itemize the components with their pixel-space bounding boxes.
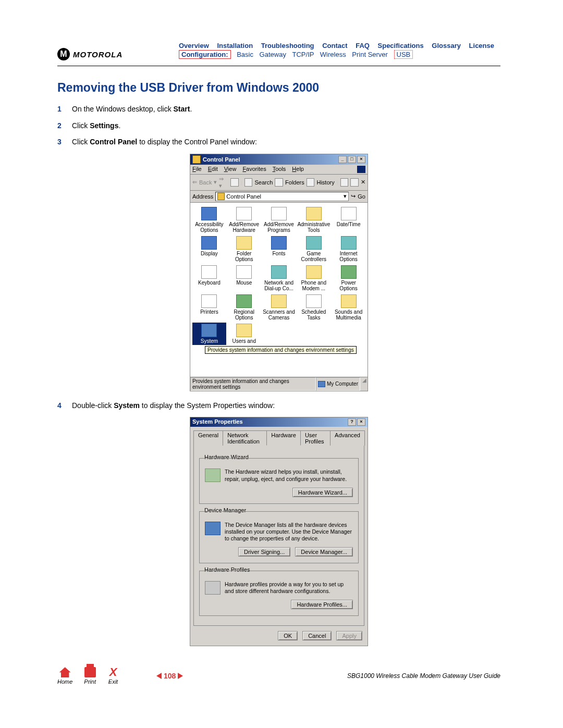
app-icon (271, 236, 287, 250)
cp-item-add-remove-hardware[interactable]: Add/Remove Hardware (227, 206, 261, 234)
go-button[interactable]: Go (358, 193, 365, 200)
cp-item-game-controllers[interactable]: Game Controllers (297, 235, 331, 263)
tool-button[interactable] (340, 178, 349, 187)
cp-item-administrative-tools[interactable]: Administrative Tools (297, 206, 331, 234)
cancel-button[interactable]: Cancel (302, 631, 332, 640)
cp-item-mouse[interactable]: Mouse (227, 264, 261, 292)
nav-usb[interactable]: USB (394, 50, 413, 59)
cp-item-display[interactable]: Display (192, 235, 226, 263)
nav-contact[interactable]: Contact (322, 42, 347, 50)
cp-item-network-and-dial-up-co[interactable]: Network and Dial-up Co... (262, 264, 296, 292)
cp-item-keyboard[interactable]: Keyboard (192, 264, 226, 292)
app-icon (341, 236, 357, 250)
next-page-icon[interactable] (178, 673, 183, 679)
secondary-nav: Configuration: Basic Gateway TCP/IP Wire… (179, 51, 500, 58)
cp-item-phone-and-modem[interactable]: Phone and Modem ... (297, 264, 331, 292)
tab-strip: General Network Identification Hardware … (190, 427, 368, 445)
device-manager-icon (205, 522, 221, 535)
app-icon (201, 294, 217, 308)
driver-signing-button[interactable]: Driver Signing... (238, 547, 290, 557)
tab-user-profiles[interactable]: User Profiles (300, 430, 331, 446)
apply-button[interactable]: Apply (336, 631, 362, 640)
nav-faq[interactable]: FAQ (356, 42, 370, 50)
menu-tools[interactable]: Tools (273, 166, 286, 173)
address-bar: Address Control Panel ▾ ↪Go (190, 191, 368, 203)
nav-glossary[interactable]: Glossary (432, 42, 461, 50)
close-button[interactable]: × (357, 156, 365, 163)
toolbar: ⇐ Back ▾ ⇒ ▾ | Search Folders History | … (190, 175, 368, 191)
page-footer: Home Print X Exit 108 SBG1000 Wireless C… (57, 667, 500, 685)
app-icon (341, 265, 357, 279)
exit-link[interactable]: X Exit (107, 667, 119, 685)
hardware-wizard-button[interactable]: Hardware Wizard... (292, 488, 353, 497)
group-device-manager: The Device Manager lists all the hardwar… (199, 511, 359, 563)
cp-item-printers[interactable]: Printers (192, 293, 226, 322)
prev-page-icon[interactable] (156, 673, 162, 679)
tab-hardware[interactable]: Hardware (266, 430, 301, 446)
app-icon (236, 324, 252, 337)
step-2: 2 Click Settings. (57, 121, 500, 131)
cp-item-add-remove-programs[interactable]: Add/Remove Programs (262, 206, 296, 234)
up-button[interactable] (230, 178, 239, 187)
tooltip: Provides system information and changes … (205, 346, 357, 354)
nav-specifications[interactable]: Specifications (378, 42, 424, 50)
menu-bar: File Edit View Favorites Tools Help (190, 165, 368, 175)
cp-item-scanners-and-cameras[interactable]: Scanners and Cameras (262, 293, 296, 322)
cp-item-system[interactable]: System (192, 323, 226, 345)
tab-general[interactable]: General (193, 430, 223, 446)
home-link[interactable]: Home (57, 667, 72, 685)
minimize-button[interactable]: _ (338, 156, 347, 163)
menu-view[interactable]: View (224, 166, 237, 173)
tool-button[interactable] (350, 178, 359, 187)
menu-help[interactable]: Help (292, 166, 304, 173)
tab-advanced[interactable]: Advanced (330, 430, 365, 446)
back-button[interactable]: Back (199, 179, 212, 186)
help-button[interactable]: ? (348, 418, 356, 426)
menu-favorites[interactable]: Favorites (242, 166, 266, 173)
app-icon (271, 265, 287, 279)
nav-overview[interactable]: Overview (179, 42, 209, 50)
folders-icon[interactable] (275, 178, 283, 187)
menu-edit[interactable]: Edit (208, 166, 218, 173)
window-titlebar[interactable]: System Properties ? × (190, 417, 368, 427)
cp-item-regional-options[interactable]: Regional Options (227, 293, 261, 322)
tab-network-id[interactable]: Network Identification (223, 430, 267, 446)
nav-installation[interactable]: Installation (217, 42, 253, 50)
menu-file[interactable]: File (192, 166, 202, 173)
cp-item-sounds-and-multimedia[interactable]: Sounds and Multimedia (332, 293, 365, 322)
cp-item-internet-options[interactable]: Internet Options (332, 235, 365, 263)
window-titlebar[interactable]: Control Panel _ □ × (190, 154, 368, 165)
cp-item-accessibility-options[interactable]: Accessibility Options (192, 206, 226, 234)
cp-item-scheduled-tasks[interactable]: Scheduled Tasks (297, 293, 331, 322)
print-link[interactable]: Print (84, 667, 96, 685)
nav-configuration-label: Configuration: (179, 50, 231, 59)
nav-gateway[interactable]: Gateway (260, 51, 286, 58)
cp-item-folder-options[interactable]: Folder Options (227, 235, 261, 263)
cp-item-fonts[interactable]: Fonts (262, 235, 296, 263)
address-input[interactable]: Control Panel ▾ (215, 192, 349, 201)
close-button[interactable]: × (357, 418, 365, 426)
search-icon[interactable] (244, 178, 253, 187)
step-4: 4 Double-click System to display the Sys… (57, 401, 500, 411)
history-icon[interactable] (307, 178, 315, 187)
ok-button[interactable]: OK (278, 631, 298, 640)
device-manager-button[interactable]: Device Manager... (295, 547, 353, 557)
page-navigator: 108 (156, 672, 183, 680)
nav-license[interactable]: License (469, 42, 494, 50)
nav-tcpip[interactable]: TCP/IP (292, 51, 314, 58)
maximize-button[interactable]: □ (348, 156, 356, 163)
nav-wireless[interactable]: Wireless (320, 51, 346, 58)
cp-item-users-and[interactable]: Users and (227, 323, 261, 345)
nav-troubleshooting[interactable]: Troubleshooting (261, 42, 314, 50)
group-hardware-wizard: The Hardware wizard helps you install, u… (199, 458, 359, 503)
nav-printserver[interactable]: Print Server (352, 51, 388, 58)
exit-icon: X (107, 667, 119, 677)
nav-basic[interactable]: Basic (237, 51, 253, 58)
hardware-profiles-button[interactable]: Hardware Profiles... (291, 600, 353, 609)
cp-item-date-time[interactable]: Date/Time (332, 206, 365, 234)
app-icon (341, 207, 357, 220)
app-icon (236, 207, 252, 220)
print-icon (84, 667, 96, 677)
control-panel-icon (192, 155, 201, 164)
cp-item-power-options[interactable]: Power Options (332, 264, 365, 292)
